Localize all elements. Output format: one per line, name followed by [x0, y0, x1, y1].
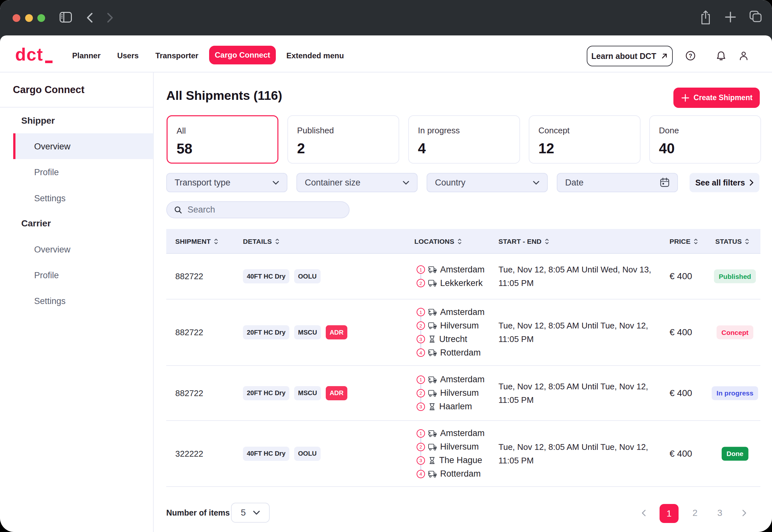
- svg-text:?: ?: [689, 53, 692, 59]
